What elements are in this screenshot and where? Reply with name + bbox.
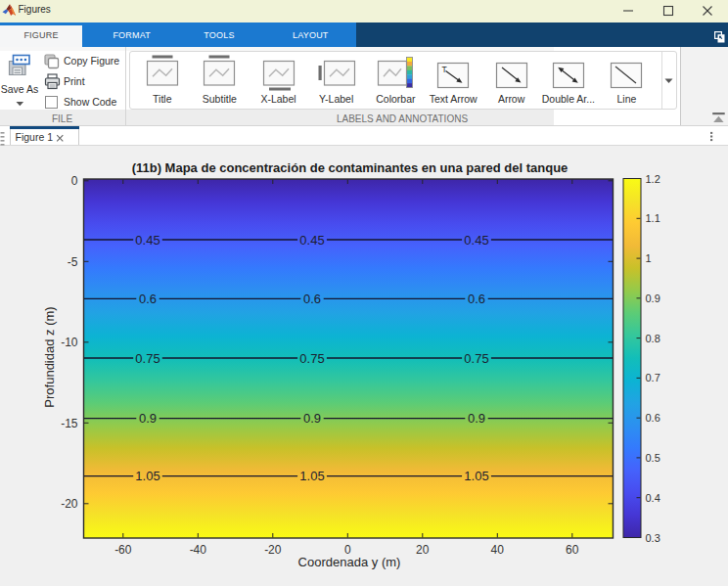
svg-text:0.75: 0.75 [464,351,488,366]
svg-text:1.05: 1.05 [135,469,159,483]
svg-text:-10: -10 [61,336,78,349]
svg-text:(11b) Mapa de concentración de: (11b) Mapa de concentración de contamina… [132,160,569,175]
svg-text:0.45: 0.45 [135,233,159,248]
svg-text:-20: -20 [61,497,78,511]
svg-text:0.9: 0.9 [468,411,485,426]
svg-text:0.75: 0.75 [299,351,324,366]
svg-text:0.6: 0.6 [139,292,157,306]
svg-text:0.6: 0.6 [646,412,660,424]
svg-text:0.45: 0.45 [299,233,324,248]
svg-text:0.4: 0.4 [646,492,660,504]
svg-text:0.9: 0.9 [303,411,321,426]
svg-text:T: T [442,65,447,74]
svg-text:0.9: 0.9 [646,293,660,304]
svg-text:0.45: 0.45 [464,233,488,248]
svg-text:-5: -5 [68,255,78,269]
svg-text:-60: -60 [114,543,132,557]
svg-text:0.7: 0.7 [646,372,660,383]
svg-text:1.2: 1.2 [646,173,660,185]
svg-text:0.6: 0.6 [303,292,321,306]
svg-text:60: 60 [566,543,579,557]
svg-text:-15: -15 [61,417,78,430]
svg-text:0.8: 0.8 [646,333,660,344]
svg-text:0.6: 0.6 [468,292,485,306]
svg-text:Profundidad z (m): Profundidad z (m) [42,306,57,407]
svg-text:1.05: 1.05 [299,469,324,483]
svg-text:1.05: 1.05 [464,469,488,483]
svg-text:0.5: 0.5 [646,452,660,464]
svg-text:-40: -40 [190,543,207,557]
svg-text:0.75: 0.75 [135,351,159,366]
svg-text:0.9: 0.9 [139,411,157,426]
svg-text:1: 1 [646,252,652,264]
svg-text:0: 0 [71,174,78,188]
svg-text:1.1: 1.1 [646,212,660,224]
svg-text:20: 20 [416,543,430,557]
svg-text:40: 40 [491,543,505,557]
svg-text:0.3: 0.3 [646,532,660,544]
svg-text:Coordenada y (m): Coordenada y (m) [298,555,401,569]
svg-text:-20: -20 [264,543,282,557]
